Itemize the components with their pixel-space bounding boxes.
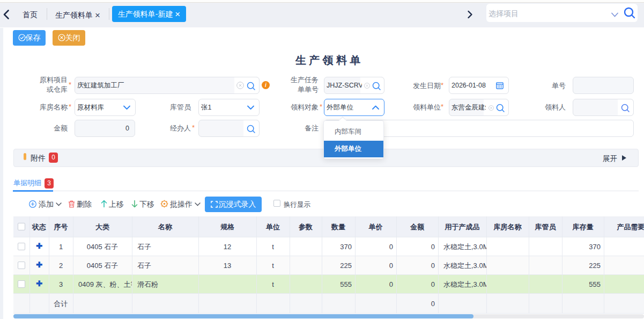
- svg-text:i: i: [265, 82, 267, 88]
